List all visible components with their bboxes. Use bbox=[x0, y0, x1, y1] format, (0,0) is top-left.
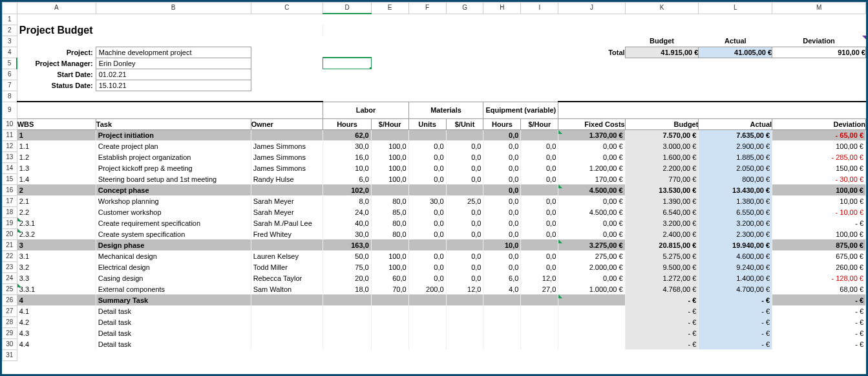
labor-hours-cell[interactable]: 30,0 bbox=[323, 228, 371, 239]
task-cell[interactable]: Project kickoff prep & meeting bbox=[96, 162, 251, 173]
equip-rate-cell[interactable]: 0,0 bbox=[521, 261, 558, 272]
equip-rate-cell[interactable]: 12,0 bbox=[521, 272, 558, 283]
mat-rate-cell[interactable] bbox=[446, 305, 483, 316]
row-10[interactable]: 10 bbox=[3, 118, 17, 129]
equip-hours-cell[interactable]: 0,0 bbox=[483, 140, 521, 151]
row-16[interactable]: 16 bbox=[3, 184, 17, 195]
budget-cell[interactable]: 20.815,00 € bbox=[625, 239, 699, 250]
budget-cell[interactable]: 5.275,00 € bbox=[625, 250, 699, 261]
wbs-cell[interactable]: 2.1 bbox=[17, 195, 96, 206]
equip-hours-cell[interactable]: 0,0 bbox=[483, 195, 521, 206]
owner-cell[interactable]: Todd Miller bbox=[251, 261, 323, 272]
table-row[interactable]: 182.2Customer workshopSarah Meyer24,085,… bbox=[3, 206, 866, 217]
equip-hours-cell[interactable] bbox=[483, 327, 521, 338]
actual-cell[interactable]: 3.200,00 € bbox=[699, 217, 772, 228]
mat-rate-cell[interactable] bbox=[446, 184, 483, 195]
wbs-cell[interactable]: 1.1 bbox=[17, 140, 96, 151]
col-H[interactable]: H bbox=[483, 3, 521, 14]
equip-hours-cell[interactable]: 0,0 bbox=[483, 129, 521, 140]
table-row[interactable]: 304.4Detail task- €- €- € bbox=[3, 338, 866, 349]
mat-units-cell[interactable]: 0,0 bbox=[408, 228, 446, 239]
task-cell[interactable]: Create system specification bbox=[96, 228, 251, 239]
wbs-cell[interactable]: 4.3 bbox=[17, 327, 96, 338]
task-cell[interactable]: Summary Task bbox=[96, 294, 251, 305]
owner-cell[interactable] bbox=[251, 327, 323, 338]
status-value[interactable]: 15.10.21 bbox=[96, 80, 251, 91]
row-18[interactable]: 18 bbox=[3, 206, 17, 217]
labor-rate-cell[interactable] bbox=[371, 184, 408, 195]
table-row[interactable]: 274.1Detail task- €- €- € bbox=[3, 305, 866, 316]
deviation-cell[interactable]: - € bbox=[772, 305, 866, 316]
deviation-cell[interactable]: 68,00 € bbox=[772, 283, 866, 294]
mat-rate-cell[interactable]: 0,0 bbox=[446, 162, 483, 173]
mat-rate-cell[interactable]: 0,0 bbox=[446, 228, 483, 239]
row-8[interactable]: 8 bbox=[3, 91, 17, 102]
row-17[interactable]: 17 bbox=[3, 195, 17, 206]
wbs-cell[interactable]: 4.1 bbox=[17, 305, 96, 316]
labor-rate-cell[interactable]: 100,0 bbox=[371, 140, 408, 151]
actual-cell[interactable]: 1.400,00 € bbox=[699, 272, 772, 283]
col-G[interactable]: G bbox=[446, 3, 483, 14]
mat-units-cell[interactable] bbox=[408, 129, 446, 140]
labor-hours-cell[interactable]: 40,0 bbox=[323, 217, 371, 228]
mat-rate-cell[interactable]: 0,0 bbox=[446, 206, 483, 217]
equip-hours-cell[interactable]: 0,0 bbox=[483, 151, 521, 162]
row-31[interactable]: 31 bbox=[3, 349, 17, 360]
equip-rate-cell[interactable]: 0,0 bbox=[521, 173, 558, 184]
wbs-cell[interactable]: 3.1 bbox=[17, 250, 96, 261]
owner-cell[interactable] bbox=[251, 239, 323, 250]
actual-cell[interactable]: - € bbox=[699, 305, 772, 316]
labor-hours-cell[interactable]: 20,0 bbox=[323, 272, 371, 283]
wbs-cell[interactable]: 1.4 bbox=[17, 173, 96, 184]
equip-rate-cell[interactable] bbox=[521, 338, 558, 349]
owner-cell[interactable]: James Simmons bbox=[251, 151, 323, 162]
owner-cell[interactable] bbox=[251, 316, 323, 327]
task-cell[interactable]: Detail task bbox=[96, 327, 251, 338]
equip-rate-cell[interactable]: 0,0 bbox=[521, 250, 558, 261]
active-cell-D5[interactable] bbox=[323, 58, 371, 69]
row-2[interactable]: 2 bbox=[3, 25, 17, 36]
table-row[interactable]: 223.1Mechanical designLauren Kelsey50,01… bbox=[3, 250, 866, 261]
mat-rate-cell[interactable]: 12,0 bbox=[446, 283, 483, 294]
task-cell[interactable]: Create project plan bbox=[96, 140, 251, 151]
table-row[interactable]: 213Design phase163,010,03.275,00 €20.815… bbox=[3, 239, 866, 250]
fixed-cell[interactable]: 4.500,00 € bbox=[558, 184, 625, 195]
owner-cell[interactable]: Fred Whitey bbox=[251, 228, 323, 239]
actual-cell[interactable]: - € bbox=[699, 327, 772, 338]
fixed-cell[interactable]: 1.200,00 € bbox=[558, 162, 625, 173]
task-cell[interactable]: Create requirement specification bbox=[96, 217, 251, 228]
equip-rate-cell[interactable] bbox=[521, 327, 558, 338]
equip-hours-cell[interactable]: 0,0 bbox=[483, 173, 521, 184]
owner-cell[interactable] bbox=[251, 294, 323, 305]
table-row[interactable]: 294.3Detail task- €- €- € bbox=[3, 327, 866, 338]
row-12[interactable]: 12 bbox=[3, 140, 17, 151]
row-3[interactable]: 3 bbox=[3, 36, 17, 47]
row-6[interactable]: 6 bbox=[3, 69, 17, 80]
equip-rate-cell[interactable] bbox=[521, 305, 558, 316]
table-row[interactable]: 151.4Steering board setup and 1st meetin… bbox=[3, 173, 866, 184]
labor-hours-cell[interactable] bbox=[323, 338, 371, 349]
equip-hours-cell[interactable] bbox=[483, 338, 521, 349]
table-row[interactable]: 233.2Electrical designTodd Miller75,0100… bbox=[3, 261, 866, 272]
equip-hours-cell[interactable]: 6,0 bbox=[483, 272, 521, 283]
labor-rate-cell[interactable] bbox=[371, 239, 408, 250]
mat-units-cell[interactable]: 0,0 bbox=[408, 206, 446, 217]
row-21[interactable]: 21 bbox=[3, 239, 17, 250]
labor-hours-cell[interactable]: 102,0 bbox=[323, 184, 371, 195]
task-cell[interactable]: Customer workshop bbox=[96, 206, 251, 217]
budget-cell[interactable]: 3.200,00 € bbox=[625, 217, 699, 228]
labor-hours-cell[interactable]: 24,0 bbox=[323, 206, 371, 217]
actual-cell[interactable]: 6.550,00 € bbox=[699, 206, 772, 217]
row-25[interactable]: 25 bbox=[3, 283, 17, 294]
project-value[interactable]: Machine development project bbox=[96, 47, 251, 58]
labor-rate-cell[interactable]: 85,0 bbox=[371, 206, 408, 217]
row-20[interactable]: 20 bbox=[3, 228, 17, 239]
labor-rate-cell[interactable]: 80,0 bbox=[371, 228, 408, 239]
budget-cell[interactable]: 2.400,00 € bbox=[625, 228, 699, 239]
mat-rate-cell[interactable]: 0,0 bbox=[446, 272, 483, 283]
deviation-cell[interactable]: - 285,00 € bbox=[772, 151, 866, 162]
actual-cell[interactable]: 4.600,00 € bbox=[699, 250, 772, 261]
task-cell[interactable]: Casing design bbox=[96, 272, 251, 283]
actual-cell[interactable]: 2.300,00 € bbox=[699, 228, 772, 239]
deviation-cell[interactable]: 100,00 € bbox=[772, 184, 866, 195]
